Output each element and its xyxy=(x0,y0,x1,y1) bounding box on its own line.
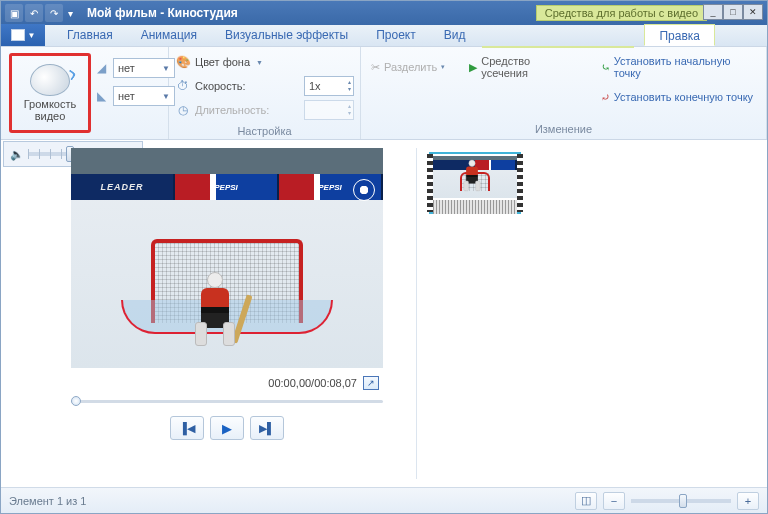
tab-animation[interactable]: Анимация xyxy=(127,24,211,46)
tab-edit[interactable]: Правка xyxy=(644,24,715,46)
zoom-thumb[interactable] xyxy=(679,494,687,508)
speed-label: Скорость: xyxy=(195,80,246,92)
board-ad-leader: LEADER xyxy=(71,174,175,200)
qat-btn-1[interactable]: ▣ xyxy=(5,4,23,22)
view-mode-button[interactable]: ◫ xyxy=(575,492,597,510)
close-button[interactable]: ✕ xyxy=(743,4,763,20)
trim-label: Средство усечения xyxy=(481,55,577,79)
ribbon-tabs: ▼ Главная Анимация Визуальные эффекты Пр… xyxy=(1,25,767,47)
speed-value: 1x xyxy=(309,80,321,92)
zoom-slider[interactable] xyxy=(631,499,731,503)
highlight-box: Громкостьвидео xyxy=(9,53,91,133)
timeline-pane[interactable] xyxy=(417,140,767,487)
qat-undo-button[interactable]: ↶ xyxy=(25,4,43,22)
group-change-label: Изменение xyxy=(361,123,766,139)
tab-visual-effects[interactable]: Визуальные эффекты xyxy=(211,24,362,46)
file-menu-button[interactable]: ▼ xyxy=(1,24,45,46)
fade-out-icon: ◣ xyxy=(93,88,109,104)
main-area: LEADER PEPSI PEPSI 00:00,00/00:08,07 ↗ ▐… xyxy=(1,140,767,487)
zoom-out-button[interactable]: − xyxy=(603,492,625,510)
seek-bar[interactable] xyxy=(71,396,383,406)
fade-in-combo[interactable]: нет▼ xyxy=(113,58,175,78)
set-end-button[interactable]: ⤾Установить конечную точку xyxy=(597,87,760,107)
contextual-tab-group-label: Средства для работы с видео xyxy=(536,5,707,21)
next-frame-button[interactable]: ▶▌ xyxy=(250,416,284,440)
fade-out-combo[interactable]: нет▼ xyxy=(113,86,175,106)
window-title: Мой фильм - Киностудия xyxy=(79,6,238,20)
tab-view[interactable]: Вид xyxy=(430,24,480,46)
speed-icon: ⏱ xyxy=(175,78,191,94)
ribbon: Громкостьвидео ◢нет▼ ◣нет▼ вук 🎨Цвет фон… xyxy=(1,47,767,140)
speaker-icon xyxy=(30,64,70,96)
duration-label: Длительность: xyxy=(195,104,269,116)
tab-home[interactable]: Главная xyxy=(53,24,127,46)
ctx-underline xyxy=(482,46,634,48)
timecode-row: 00:00,00/00:08,07 ↗ xyxy=(71,376,383,390)
timeline-clip[interactable] xyxy=(429,152,521,214)
split-label: Разделить xyxy=(384,61,437,73)
fullscreen-button[interactable]: ↗ xyxy=(363,376,379,390)
prev-frame-button[interactable]: ▐◀ xyxy=(170,416,204,440)
video-preview[interactable]: LEADER PEPSI PEPSI xyxy=(71,148,383,368)
speaker-mute-icon: 🔈 xyxy=(10,148,24,161)
volume-label-1: Громкость xyxy=(24,98,76,110)
qat-redo-button[interactable]: ↷ xyxy=(45,4,63,22)
tab-project[interactable]: Проект xyxy=(362,24,430,46)
qat-dropdown[interactable]: ▾ xyxy=(65,4,75,22)
set-start-label: Установить начальную точку xyxy=(614,55,756,79)
split-button[interactable]: ✂Разделить▾ xyxy=(367,57,449,77)
fade-in-value: нет xyxy=(118,62,135,74)
play-button[interactable]: ▶ xyxy=(210,416,244,440)
clip-thumbnail xyxy=(433,156,517,198)
fade-out-value: нет xyxy=(118,90,135,102)
bg-color-label: Цвет фона xyxy=(195,56,250,68)
duration-icon: ◷ xyxy=(175,102,191,118)
clip-audio-waveform xyxy=(433,200,517,214)
seek-thumb[interactable] xyxy=(71,396,81,406)
fade-in-icon: ◢ xyxy=(93,60,109,76)
title-bar: ▣ ↶ ↷ ▾ Мой фильм - Киностудия Средства … xyxy=(1,1,767,25)
quick-access-toolbar: ▣ ↶ ↷ ▾ xyxy=(1,4,79,22)
trim-icon: ▶ xyxy=(469,61,477,74)
status-item-count: Элемент 1 из 1 xyxy=(9,495,86,507)
zoom-in-button[interactable]: + xyxy=(737,492,759,510)
speed-spinner[interactable]: 1x xyxy=(304,76,354,96)
split-icon: ✂ xyxy=(371,61,380,74)
timecode-text: 00:00,00/00:08,07 xyxy=(268,377,357,389)
transport-controls: ▐◀ ▶ ▶▌ xyxy=(71,416,383,440)
duration-spinner[interactable] xyxy=(304,100,354,120)
set-start-button[interactable]: ⤿Установить начальную точку xyxy=(597,57,760,77)
board-ad-pepsi-1: PEPSI xyxy=(175,174,279,200)
trim-tool-button[interactable]: ▶Средство усечения xyxy=(465,57,581,77)
preview-pane: LEADER PEPSI PEPSI 00:00,00/00:08,07 ↗ ▐… xyxy=(1,140,416,487)
start-point-icon: ⤿ xyxy=(601,61,610,74)
end-point-icon: ⤾ xyxy=(601,91,610,104)
group-settings-label: Настройка xyxy=(169,125,360,139)
league-logo-icon xyxy=(353,179,375,201)
bg-color-icon: 🎨 xyxy=(175,54,191,70)
status-bar: Элемент 1 из 1 ◫ − + xyxy=(1,487,767,513)
volume-label-2: видео xyxy=(35,110,66,122)
maximize-button[interactable]: □ xyxy=(723,4,743,20)
video-volume-button[interactable]: Громкостьвидео xyxy=(14,58,86,128)
minimize-button[interactable]: _ xyxy=(703,4,723,20)
set-end-label: Установить конечную точку xyxy=(614,91,753,103)
